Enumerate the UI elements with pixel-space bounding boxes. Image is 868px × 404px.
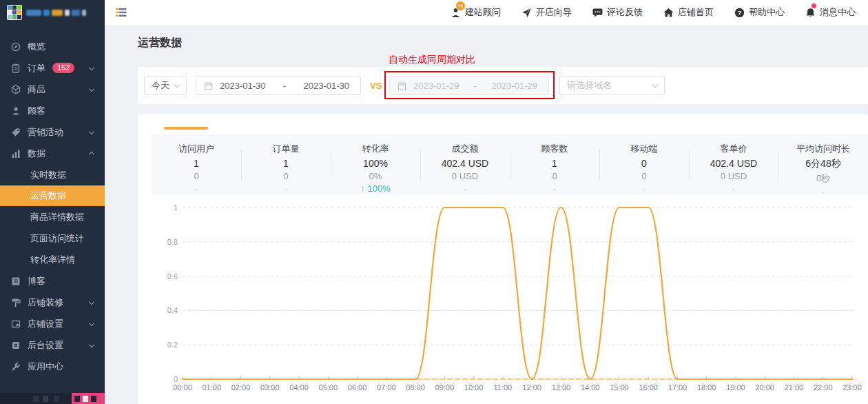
sidebar-item-label: 概览 — [28, 41, 45, 53]
topbar-item-label: 建站顾问 — [465, 6, 501, 19]
chevron-down-icon — [89, 65, 94, 70]
orders-count-badge: 152 — [52, 63, 74, 73]
topbar-item-site-advisor[interactable]: Hi 建站顾问 — [451, 6, 501, 19]
topbar-item-label: 帮助中心 — [749, 6, 785, 19]
quick-range-value: 今天 — [152, 79, 169, 92]
date-start-value: 2023-01-30 — [220, 81, 266, 91]
store-logo[interactable] — [0, 0, 105, 25]
sidebar-item-blog[interactable]: 博客 — [0, 270, 105, 292]
sidebar-subitem-label: 转化率详情 — [30, 254, 75, 266]
sidebar-item-label: 后台设置 — [28, 339, 63, 352]
stats-panel: 访问用户 1 0 - 订单量 1 0 - 转化率 100% 0% ↑ 100% … — [152, 134, 868, 195]
wrench-icon — [11, 362, 21, 372]
marketing-tag-icon — [11, 128, 21, 137]
sidebar-subitem-product-detail-data[interactable]: 商品详情数据 — [0, 206, 105, 228]
sidebar-subitem-realtime-data[interactable]: 实时数据 — [0, 164, 105, 185]
compare-annotation-text: 自动生成同周期对比 — [389, 54, 475, 66]
svg-text:1: 1 — [174, 203, 178, 212]
compare-start-value: 2023-01-29 — [413, 81, 459, 91]
compass-icon — [11, 42, 21, 52]
sidebar-item-label: 数据 — [28, 148, 45, 160]
svg-text:01:00: 01:00 — [202, 383, 221, 392]
topbar-item-label: 评论反馈 — [607, 6, 643, 19]
svg-text:0: 0 — [174, 375, 178, 383]
svg-text:19:00: 19:00 — [726, 383, 745, 392]
question-circle-icon: ? — [734, 8, 745, 18]
vs-label: VS — [370, 81, 382, 91]
sidebar: 概览 订单 152 商品 顾客 营销活动 — [0, 0, 105, 404]
sidebar-item-label: 营销活动 — [28, 126, 63, 139]
svg-text:18:00: 18:00 — [697, 383, 716, 392]
chevron-down-icon — [89, 86, 94, 92]
sidebar-subitem-page-visit-stats[interactable]: 页面访问统计 — [0, 228, 105, 249]
svg-text:0.8: 0.8 — [167, 238, 178, 246]
stat-conversion-rate[interactable]: 转化率 100% 0% ↑ 100% — [331, 134, 420, 195]
stat-avg-visit-duration[interactable]: 平均访问时长 6分48秒 0秒 - — [778, 134, 868, 195]
sidebar-item-label: 商品 — [28, 83, 45, 96]
svg-text:09:00: 09:00 — [435, 383, 455, 392]
domain-select[interactable]: 请选择域名 — [559, 76, 665, 95]
paint-roller-icon — [11, 298, 21, 307]
svg-text:14:00: 14:00 — [581, 383, 600, 392]
blog-icon — [11, 276, 21, 286]
topbar-item-store-homepage[interactable]: 店铺首页 — [663, 6, 714, 19]
svg-text:20:00: 20:00 — [755, 383, 774, 392]
sidebar-item-label: 店铺装修 — [28, 296, 63, 309]
sidebar-subitem-operations-data[interactable]: 运营数据 — [0, 185, 105, 206]
topbar-item-message-center[interactable]: 消息中心 — [805, 6, 856, 19]
sidebar-item-app-center[interactable]: 应用中心 — [0, 356, 105, 377]
svg-text:02:00: 02:00 — [231, 383, 251, 392]
topbar-menu: Hi 建站顾问 开店向导 评论反馈 店铺首页 ? 帮助中心 — [451, 6, 868, 19]
sidebar-item-admin-settings[interactable]: 后台设置 — [0, 334, 105, 356]
sidebar-subitem-label: 页面访问统计 — [30, 232, 84, 245]
sidebar-item-label: 订单 — [28, 62, 45, 74]
chevron-down-icon — [89, 321, 94, 326]
svg-text:06:00: 06:00 — [348, 383, 367, 392]
topbar-item-feedback[interactable]: 评论反馈 — [592, 6, 643, 19]
sidebar-item-store-settings[interactable]: 店铺设置 — [0, 313, 105, 334]
date-range-picker[interactable]: 2023-01-30 - 2023-01-30 — [196, 76, 361, 95]
svg-text:23:00: 23:00 — [843, 383, 862, 392]
stat-orders[interactable]: 订单量 1 0 - — [241, 134, 331, 195]
sidebar-item-label: 顾客 — [28, 105, 45, 117]
svg-text:15:00: 15:00 — [610, 383, 629, 392]
topbar-item-help-center[interactable]: ? 帮助中心 — [734, 6, 785, 19]
operations-data-page: 概览 订单 152 商品 顾客 营销活动 — [0, 0, 868, 404]
brand-name-blurred — [26, 10, 86, 16]
chevron-up-icon — [89, 152, 94, 157]
topbar-item-store-guide[interactable]: 开店向导 — [521, 6, 572, 19]
svg-text:00:00: 00:00 — [173, 383, 192, 392]
sidebar-item-overview[interactable]: 概览 — [0, 36, 105, 57]
quick-range-select[interactable]: 今天 — [144, 76, 187, 95]
compare-end-value: 2023-01-29 — [492, 81, 538, 91]
stat-gmv[interactable]: 成交额 402.4 USD 0 USD - — [420, 134, 510, 195]
chevron-down-icon — [89, 342, 94, 347]
date-separator: - — [474, 81, 477, 91]
stat-visitors[interactable]: 访问用户 1 0 - — [152, 134, 241, 195]
svg-text:0.2: 0.2 — [167, 341, 178, 349]
sidebar-item-marketing[interactable]: 营销活动 — [0, 121, 105, 143]
data-chart-icon — [11, 149, 21, 159]
stat-avg-order-value[interactable]: 客单价 402.4 USD 0 USD - — [689, 134, 778, 195]
sidebar-item-label: 博客 — [28, 275, 45, 287]
date-separator: - — [283, 81, 286, 91]
chevron-down-icon — [174, 82, 180, 88]
logo-mosaic-icon — [7, 5, 22, 20]
operations-line-chart[interactable]: 00.20.40.60.8100:0001:0002:0003:0004:000… — [138, 197, 868, 404]
metrics-card: 访问用户 1 0 - 订单量 1 0 - 转化率 100% 0% ↑ 100% … — [138, 114, 868, 404]
stat-mobile[interactable]: 移动端 0 0 - — [599, 134, 689, 195]
sidebar-item-orders[interactable]: 订单 152 — [0, 57, 105, 79]
order-icon — [11, 63, 21, 73]
compare-date-range-picker[interactable]: 2023-01-29 - 2023-01-29 — [389, 76, 549, 95]
collapse-menu-icon[interactable] — [116, 8, 127, 17]
sidebar-item-customers[interactable]: 顾客 — [0, 100, 105, 121]
sidebar-subitem-label: 实时数据 — [30, 169, 66, 181]
stat-customers[interactable]: 顾客数 1 0 - — [510, 134, 599, 195]
sidebar-subitem-conversion-detail[interactable]: 转化率详情 — [0, 249, 105, 270]
svg-text:21:00: 21:00 — [785, 383, 804, 392]
sidebar-item-store-decoration[interactable]: 店铺装修 — [0, 292, 105, 313]
chevron-down-icon — [89, 129, 94, 134]
sidebar-item-products[interactable]: 商品 — [0, 79, 105, 100]
sidebar-item-label: 店铺设置 — [28, 318, 63, 330]
sidebar-item-data[interactable]: 数据 — [0, 143, 105, 164]
